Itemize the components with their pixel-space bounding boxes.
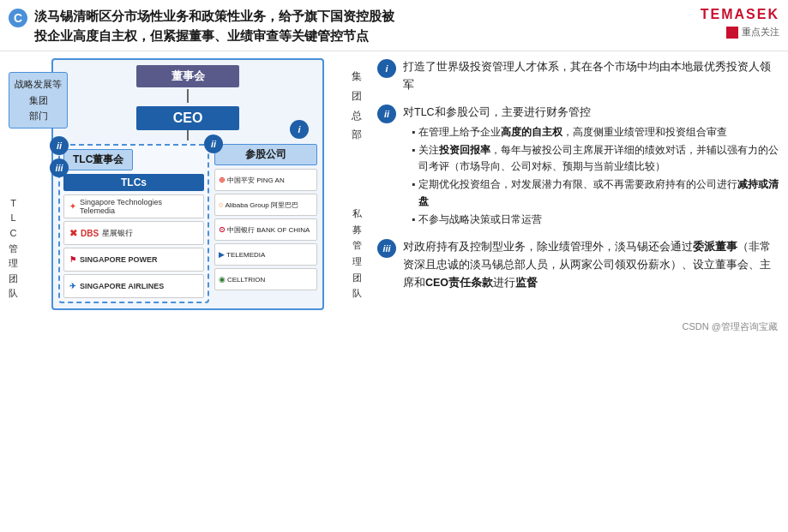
company-name-sp: SINGAPORE POWER [80, 255, 158, 264]
private-team-label: 私募管理团队 [352, 206, 362, 302]
badge-iii-diag: iii [50, 158, 69, 177]
company-name-dbs: DBS [81, 229, 99, 238]
company-logo-st: ✦ [69, 202, 76, 211]
text-content-ii: 对TLC和参股公司，主要进行财务管控 在管理上给予企业高度的自主权，高度侧重业绩… [403, 104, 779, 230]
tlc-section: ii iii TLC董事会 TLCs ✦ [58, 144, 209, 303]
company-name-st: Singapore TechnologiesTelemedia [80, 198, 162, 215]
company-logo-sp: ⚑ [69, 255, 76, 264]
header-right: TEMASEK 重点关注 [701, 7, 779, 39]
company-name-sa: SINGAPORE AIRLINES [80, 282, 164, 290]
badge-i-text: i [377, 59, 396, 78]
assoc-logo-ct: ◉ [219, 275, 226, 284]
badge-ii-text: ii [377, 105, 396, 123]
board-row: 董事会 [58, 65, 317, 87]
assoc-item-tm: ▶ TELEMEDIA [214, 243, 317, 266]
org-outer-box: 董事会 CEO i [51, 58, 324, 310]
company-name-dbs-cn: 星展银行 [102, 228, 133, 239]
temasek-logo: TEMASEK [701, 7, 779, 22]
focus-tag-box [726, 27, 738, 39]
main-content: 战略发展等 集团 部门 集 团 总 部 董事会 [0, 51, 788, 317]
diagram-area: 战略发展等 集团 部门 集 团 总 部 董事会 [9, 58, 369, 310]
header-title: 淡马锡清晰区分市场性业务和政策性业务，给予旗下国资控股被 投企业高度自主权，但紧… [34, 7, 690, 45]
tlcs-box: TLCs [63, 174, 204, 191]
associated-section: ii 参股公司 ⊕ 中国平安 PING AN ○ Alibaba [214, 144, 317, 303]
badge-ii-right: ii [204, 134, 223, 153]
company-logo-sa: ✈ [69, 282, 76, 290]
assoc-name-ali: Alibaba Group 阿里巴巴 [225, 200, 298, 210]
text-block-ii: ii 对TLC和参股公司，主要进行财务管控 在管理上给予企业高度的自主权，高度侧… [377, 104, 779, 230]
assoc-name-ct: CELLTRION [227, 276, 265, 284]
badge-ii-left: ii [50, 136, 69, 155]
bullet-list-ii: 在管理上给予企业高度的自主权，高度侧重业绩管理和投资组合审查 关注投资回报率，每… [412, 124, 779, 228]
text-area: i 打造了世界级投资管理人才体系，其在各个市场中均由本地最优秀投资人领军 ii … [377, 58, 779, 310]
tlc-team-label: TLC管理团队 [9, 196, 18, 302]
connector-board-ceo [187, 89, 189, 103]
ceo-row: CEO i [58, 103, 317, 130]
bullet-item-ii-3: 定期优化投资组合，对发展潜力有限、或不再需要政府持有的公司进行减持或清盘 [412, 176, 779, 209]
text-block-iii: iii 对政府持有及控制型业务，除业绩管理外，淡马锡还会通过委派董事（非常资深且… [377, 238, 779, 293]
company-list: ✦ Singapore TechnologiesTelemedia ✖ DBS … [63, 194, 204, 298]
page-header: C 淡马锡清晰区分市场性业务和政策性业务，给予旗下国资控股被 投企业高度自主权，… [0, 0, 788, 51]
text-content-i: 打造了世界级投资管理人才体系，其在各个市场中均由本地最优秀投资人领军 [403, 58, 779, 95]
assoc-box: 参股公司 [214, 144, 317, 165]
assoc-item-ali: ○ Alibaba Group 阿里巴巴 [214, 194, 317, 216]
assoc-item-ct: ◉ CELLTRION [214, 268, 317, 290]
header-icon: C [9, 9, 27, 27]
board-box: 董事会 [136, 65, 239, 87]
assoc-name-tm: TELEMEDIA [226, 251, 265, 259]
focus-tag: 重点关注 [726, 26, 779, 39]
company-item-st: ✦ Singapore TechnologiesTelemedia [63, 194, 204, 218]
bullet-item-ii-1: 在管理上给予企业高度的自主权，高度侧重业绩管理和投资组合审查 [412, 124, 779, 140]
badge-i: i [290, 120, 309, 139]
assoc-header-wrapper: ii 参股公司 [214, 144, 317, 165]
assoc-item-boc: ⊙ 中国银行 BANK OF CHINA [214, 218, 317, 241]
text-block-i: i 打造了世界级投资管理人才体系，其在各个市场中均由本地最优秀投资人领军 [377, 58, 779, 95]
group-label-right: 集 团 总 部 [352, 67, 362, 145]
text-content-iii: 对政府持有及控制型业务，除业绩管理外，淡马锡还会通过委派董事（非常资深且忠诚的淡… [403, 238, 779, 293]
assoc-item-pa: ⊕ 中国平安 PING AN [214, 169, 317, 191]
assoc-name-pa: 中国平安 PING AN [227, 176, 285, 185]
company-item-sa: ✈ SINGAPORE AIRLINES [63, 274, 204, 298]
assoc-logo-boc: ⊙ [219, 225, 226, 234]
assoc-companies: ⊕ 中国平安 PING AN ○ Alibaba Group 阿里巴巴 ⊙ 中国… [214, 169, 317, 290]
bullet-item-ii-2: 关注投资回报率，每年与被投公司主席展开详细的绩效对话，并辅以强有力的公司考评（市… [412, 142, 779, 175]
badge-iii-text: iii [377, 239, 396, 258]
company-item-sp: ⚑ SINGAPORE POWER [63, 248, 204, 272]
company-logo-dbs: ✖ [69, 228, 77, 239]
connector-ceo-lower [187, 130, 189, 140]
assoc-logo-tm: ▶ [219, 250, 225, 259]
tlc-header-row: TLC董事会 [63, 149, 204, 170]
tlc-board-box: TLC董事会 [63, 149, 133, 170]
ceo-box: CEO [136, 106, 239, 130]
company-item-dbs: ✖ DBS 星展银行 [63, 221, 204, 245]
assoc-logo-pa: ⊕ [219, 176, 226, 184]
assoc-name-boc: 中国银行 BANK OF CHINA [227, 225, 310, 235]
bullet-item-ii-4: 不参与战略决策或日常运营 [412, 212, 779, 228]
footer: CSDN @管理咨询宝藏 [0, 317, 788, 337]
left-dept-box: 战略发展等 集团 部门 [9, 72, 68, 129]
lower-section: ii iii TLC董事会 TLCs ✦ [58, 144, 317, 303]
assoc-logo-ali: ○ [219, 200, 223, 209]
